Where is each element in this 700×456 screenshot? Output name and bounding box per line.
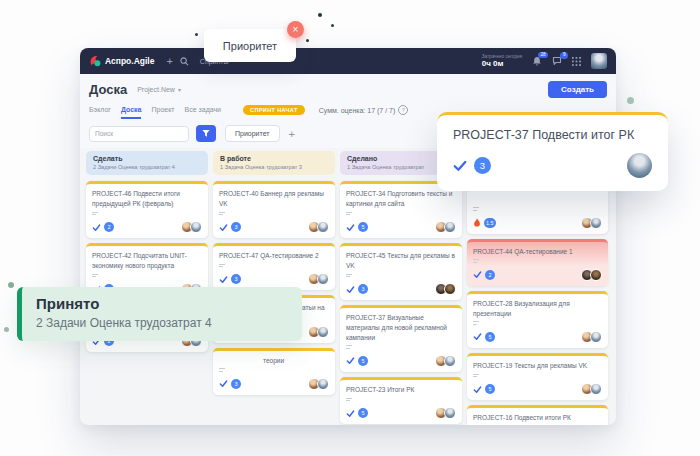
task-card[interactable]: PROJECT-16 Подвести итоги РК [467, 405, 608, 425]
avatar [317, 378, 329, 390]
sprint-status-badge: СПРИНТ НАЧАТ [243, 105, 305, 115]
avatar [590, 217, 602, 229]
task-card-title [473, 189, 602, 204]
avatars [311, 221, 329, 233]
estimate-badge: 2 [104, 222, 114, 232]
sprint-score: Сумм. оценка: 17 (7 / 7) ? [319, 105, 409, 115]
task-card[interactable]: PROJECT-45 Тексты для рекламы в VK3 [340, 243, 462, 300]
estimate-badge: 2 [485, 270, 495, 280]
apps-grid-icon[interactable] [572, 57, 581, 66]
description-icon [473, 321, 602, 325]
logo-icon [89, 55, 101, 67]
add-filter-button[interactable]: + [289, 128, 295, 140]
info-icon[interactable]: ? [398, 105, 408, 115]
column-meta: 2 Задачи Оценка трудозатрат 4 [93, 164, 201, 170]
search-input[interactable] [89, 126, 189, 142]
task-card[interactable]: PROJECT-40 Баннер для рекламы VK3 [213, 181, 335, 238]
estimate-badge: 3 [231, 379, 241, 389]
avatars [584, 217, 602, 229]
task-card[interactable]: PROJECT-28 Визуализация для презентации5 [467, 291, 608, 348]
task-card[interactable]: PROJECT-23 Итоги РК5 [340, 377, 462, 424]
notifications-button[interactable]: 28 [532, 56, 542, 67]
flame-icon [473, 218, 481, 228]
accepted-meta: 2 Задачи Оценка трудозатрат 4 [36, 316, 288, 330]
column-meta: 1 Задача Оценка трудозатрат 3 [220, 164, 328, 170]
task-card[interactable]: PROJECT-47 QA-тестирование 23 [213, 243, 335, 290]
avatars [311, 273, 329, 285]
project-selector[interactable]: Project.New ▾ [137, 86, 181, 93]
avatar [317, 326, 329, 338]
task-card-footer: 3 [219, 273, 329, 285]
priority-filter-chip[interactable]: Приоритет [225, 125, 280, 142]
estimate-badge: 3 [231, 274, 241, 284]
filter-button[interactable] [196, 125, 216, 142]
avatar [590, 269, 602, 281]
description-icon [346, 345, 456, 349]
task-card[interactable]: PROJECT-37 Визуальные материалы для ново… [340, 305, 462, 372]
task-card[interactable]: PROJECT-19 Тексты для рекламы VK5 [467, 353, 608, 400]
priority-tooltip: Приоритет × [204, 29, 296, 62]
tab-all-tasks[interactable]: Все задачи [185, 106, 222, 119]
project-selector-value: Project.New [137, 86, 175, 93]
description-icon [473, 207, 602, 211]
check-icon [473, 270, 482, 279]
avatar [190, 221, 202, 233]
create-button[interactable]: Создать [548, 81, 607, 98]
estimate-badge: 5 [358, 356, 368, 366]
magnified-task-footer: 3 [453, 153, 652, 178]
estimate-badge: 3 [231, 222, 241, 232]
avatar [444, 283, 456, 295]
task-card-title: PROJECT-34 Подготовить тексты и картинки… [346, 189, 456, 209]
task-card-footer: 5 [346, 355, 456, 367]
accepted-title: Принято [36, 295, 288, 312]
estimate-badge: 5 [358, 222, 368, 232]
description-icon [346, 398, 456, 402]
task-card-title: PROJECT-16 Подвести итоги РК [473, 413, 602, 423]
app-logo[interactable]: Аспро.Agile [89, 55, 154, 67]
avatars [184, 221, 202, 233]
task-card[interactable]: теории3 [213, 348, 335, 395]
time-tracker[interactable]: Затрачено сегодня 0ч 0м [482, 54, 522, 68]
user-avatar[interactable] [591, 53, 607, 69]
chevron-down-icon: ▾ [178, 86, 181, 93]
estimate-badge: 3 [474, 157, 491, 174]
task-card-footer: 3 [346, 283, 456, 295]
quick-add-icon[interactable]: + [166, 56, 172, 67]
task-card-footer: 2 [92, 221, 202, 233]
task-card-footer: 3 [219, 378, 329, 390]
time-tracker-value: 0ч 0м [482, 59, 522, 68]
decor-speck [627, 97, 634, 104]
check-icon [346, 409, 355, 418]
check-icon [219, 379, 228, 388]
task-card[interactable]: PROJECT-46 Подвести итоги предыдущей РК … [86, 181, 208, 238]
check-icon [346, 356, 355, 365]
tab-backlog[interactable]: Бэклог [89, 106, 111, 119]
close-icon[interactable]: × [287, 21, 304, 38]
avatars [438, 407, 456, 419]
avatars [438, 355, 456, 367]
avatar [444, 355, 456, 367]
column-header: В работе1 Задача Оценка трудозатрат 3 [213, 151, 335, 175]
avatars [311, 326, 329, 338]
description-icon [92, 274, 202, 278]
search-icon[interactable] [180, 57, 189, 66]
check-icon [219, 223, 228, 232]
task-card-title: PROJECT-40 Баннер для рекламы VK [219, 189, 329, 209]
tab-project[interactable]: Проект [151, 106, 174, 119]
avatar [444, 221, 456, 233]
description-icon [219, 264, 329, 268]
tab-board[interactable]: Доска [121, 106, 142, 119]
decor-speck [8, 282, 14, 288]
check-icon [346, 285, 355, 294]
check-icon [473, 332, 482, 341]
messages-button[interactable]: 9 [552, 56, 562, 66]
avatars [584, 269, 602, 281]
navbar-right: Затрачено сегодня 0ч 0м 28 9 [482, 53, 607, 69]
estimate-badge: 5 [485, 384, 495, 394]
board-column: Сделано1 Задача Оценка трудозатратPROJEC… [340, 151, 462, 425]
description-icon [473, 259, 602, 263]
decor-speck [306, 39, 309, 42]
task-card[interactable]: PROJECT-44 QA-тестирование 12 [467, 239, 608, 286]
magnified-task-card[interactable]: PROJECT-37 Подвести итог РК 3 [437, 112, 668, 191]
avatars [584, 383, 602, 395]
